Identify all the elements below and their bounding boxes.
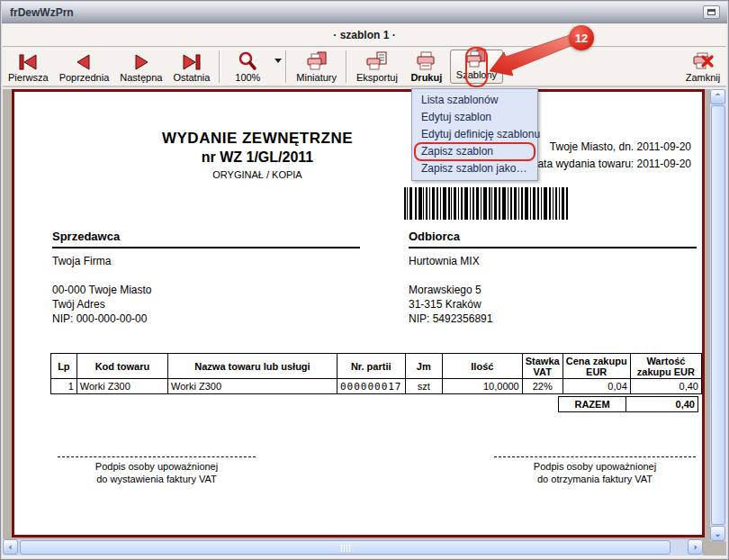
print-icon [415, 51, 438, 71]
cell-price: 0,04 [562, 379, 630, 394]
first-page-label: Pierwsza [8, 72, 49, 83]
thumbnails-icon [305, 51, 328, 71]
zoom-label: 100% [235, 72, 260, 83]
maximize-icon [707, 9, 716, 15]
cell-name: Worki Z300 [168, 379, 338, 394]
templates-dropdown-button[interactable] [505, 50, 525, 84]
maximize-button[interactable] [703, 5, 720, 19]
first-page-icon [16, 53, 40, 71]
next-page-button[interactable]: Następna [114, 48, 167, 86]
buyer-line: Hurtownia MIX [409, 254, 697, 268]
toolbar: Pierwsza Poprzednia Następna Ostatnia [3, 48, 726, 87]
first-page-button[interactable]: Pierwsza [3, 48, 54, 86]
chevron-right-icon: › [693, 542, 697, 552]
menu-item-zapisz-szablon[interactable]: Zapisz szablon [412, 143, 537, 160]
export-button[interactable]: Eksportuj [351, 48, 403, 86]
total-label: RAZEM [558, 396, 626, 412]
seller-line: 00-000 Twoje Miasto [52, 283, 360, 297]
app-window: frDewWzPrn · szablon 1 · Pierwsza Poprze… [0, 0, 729, 560]
signature-left: Podpis osoby upoważnionej do wystawienia… [58, 456, 256, 485]
zoom-button[interactable]: 100% [224, 48, 271, 86]
signature-text: do otrzymania faktury VAT [494, 473, 696, 485]
items-table: Lp Kod towaru Nazwa towaru lub usługi Nr… [50, 353, 702, 394]
signature-line [494, 456, 696, 457]
buyer-line: 31-315 Kraków [409, 297, 697, 312]
toolbar-separator [346, 50, 347, 83]
templates-label: Szablony [456, 69, 497, 80]
menu-item-lista-szablonow[interactable]: Lista szablonów [412, 92, 537, 109]
scroll-down-button[interactable]: ⌄ [710, 526, 725, 541]
signature-line [58, 456, 256, 457]
signature-text: Podpis osoby upoważnionej [494, 460, 696, 473]
toolbar-spacer [525, 48, 680, 86]
scroll-up-button[interactable]: ⌃ [710, 89, 725, 104]
templates-button[interactable]: Szablony [450, 50, 503, 84]
window-title: frDewWzPrn [2, 6, 74, 19]
cell-value: 0,40 [630, 379, 701, 394]
prev-page-icon [72, 53, 95, 71]
signature-right: Podpis osoby upoważnionej do otrzymania … [494, 456, 696, 485]
buyer-heading: Odbiorca [409, 230, 697, 248]
scroll-left-button[interactable]: ‹ [3, 539, 18, 555]
col-header: Wartość zakupu EUR [630, 354, 701, 379]
thumbnails-label: Miniatury [296, 72, 337, 83]
table-header-row: Lp Kod towaru Nazwa towaru lub usługi Nr… [51, 354, 702, 379]
next-page-icon [130, 53, 153, 71]
cell-batch: 000000017 [337, 379, 405, 394]
prev-page-button[interactable]: Poprzednia [54, 48, 115, 86]
signature-text: Podpis osoby upoważnionej [58, 460, 256, 473]
cell-lp: 1 [51, 379, 77, 394]
last-page-button[interactable]: Ostatnia [167, 48, 215, 86]
menu-item-zapisz-szablon-jako[interactable]: Zapisz szablon jako… [412, 160, 537, 177]
document-dates: Twoje Miasto, dn. 2011-09-20 Data wydani… [530, 139, 691, 173]
col-header: Jm [405, 354, 442, 379]
document-title: WYDANIE ZEWNĘTRZNE [95, 130, 419, 148]
cell-vat: 22% [522, 379, 562, 394]
col-header: Nr. partii [337, 354, 405, 379]
document-number: nr WZ 1/GL/2011 [95, 149, 419, 166]
menu-item-edytuj-szablon[interactable]: Edytuj szablon [412, 109, 537, 126]
document-header: WYDANIE ZEWNĘTRZNE nr WZ 1/GL/2011 ORYGI… [95, 130, 419, 180]
total-value: 0,40 [626, 396, 698, 412]
step-number: 12 [575, 32, 588, 45]
chevron-down-icon: ⌄ [714, 528, 721, 538]
col-header: Kod towaru [76, 354, 167, 379]
chevron-up-icon: ⌃ [714, 92, 721, 102]
col-header: Nazwa towaru lub usługi [168, 354, 338, 379]
thumbnails-button[interactable]: Miniatury [291, 48, 342, 86]
col-header: Ilość [442, 354, 522, 379]
vertical-scrollbar[interactable]: ⌃ ⌄ [710, 89, 726, 541]
templates-menu: Lista szablonów Edytuj szablon Edytuj de… [411, 88, 538, 181]
seller-section: Sprzedawca Twoja Firma 00-000 Twoje Mias… [52, 230, 360, 326]
title-bar: frDewWzPrn [2, 2, 727, 23]
toolbar-separator [285, 50, 287, 83]
chevron-left-icon: ‹ [8, 542, 12, 552]
document-page: WYDANIE ZEWNĘTRZNE nr WZ 1/GL/2011 ORYGI… [12, 89, 705, 537]
horizontal-scroll-thumb[interactable] [20, 540, 670, 555]
zoom-dropdown-icon[interactable] [274, 59, 282, 63]
total-row: RAZEM 0,40 [558, 396, 698, 412]
menu-item-edytuj-definicje[interactable]: Edytuj definicję szablonu [412, 126, 537, 143]
toolbar-separator [219, 50, 220, 83]
chevron-down-icon [511, 65, 518, 69]
last-page-icon [180, 53, 203, 71]
horizontal-scrollbar[interactable]: ‹ › [3, 539, 703, 555]
cell-code: Worki Z300 [76, 379, 167, 394]
seller-line [52, 268, 360, 283]
vertical-scroll-thumb[interactable] [711, 105, 725, 525]
print-button[interactable]: Drukuj [403, 48, 450, 86]
template-caption: · szablon 1 · [333, 29, 395, 41]
seller-line: Twoja Firma [52, 254, 360, 268]
seller-heading: Sprzedawca [52, 230, 360, 248]
close-button[interactable]: Zamknij [680, 48, 726, 86]
city-date: Twoje Miasto, dn. 2011-09-20 [530, 139, 691, 156]
close-icon [691, 51, 715, 71]
last-page-label: Ostatnia [173, 72, 210, 83]
cell-unit: szt [405, 379, 442, 394]
scroll-right-button[interactable]: › [688, 539, 703, 555]
next-page-label: Następna [120, 72, 162, 83]
seller-line: Twój Adres [52, 297, 360, 312]
col-header: Stawka VAT [522, 354, 562, 379]
export-icon [365, 51, 389, 71]
buyer-section: Odbiorca Hurtownia MIX Morawskiego 5 31-… [409, 230, 697, 326]
